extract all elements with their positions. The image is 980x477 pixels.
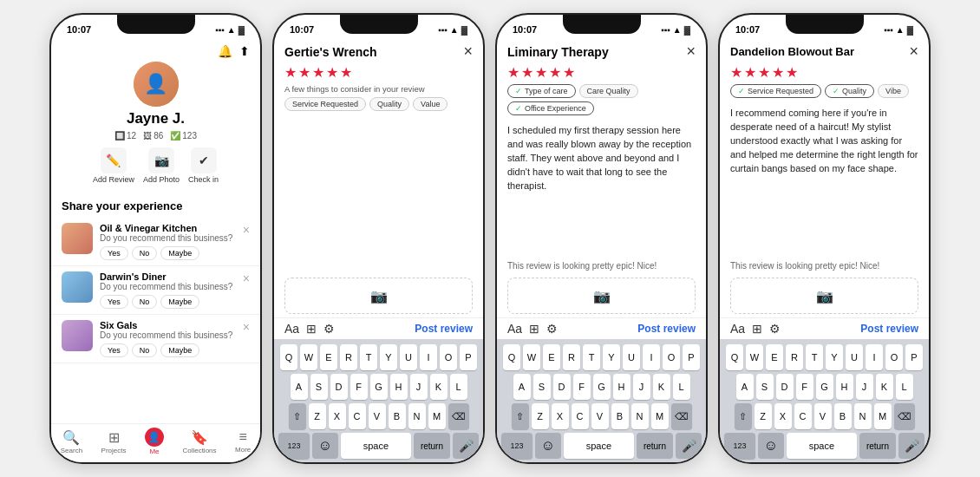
- key-return-3[interactable]: return: [637, 433, 673, 459]
- text-size-icon-3[interactable]: Aa: [507, 322, 522, 336]
- key-v-4[interactable]: V: [814, 403, 832, 429]
- no-btn-3[interactable]: No: [132, 343, 158, 357]
- key-shift-4[interactable]: ⇧: [735, 403, 752, 429]
- star4-1[interactable]: ★: [730, 64, 742, 81]
- close-icon-3[interactable]: ×: [243, 320, 250, 334]
- yes-btn-3[interactable]: Yes: [100, 343, 128, 357]
- star3-5[interactable]: ★: [563, 64, 575, 81]
- key-s-3[interactable]: S: [533, 374, 551, 400]
- key-m-3[interactable]: M: [651, 403, 669, 429]
- key-emoji-4[interactable]: ☺: [758, 433, 784, 459]
- tag-service-4[interactable]: ✓ Service Requested: [730, 84, 821, 98]
- tag-quality-4[interactable]: ✓ Quality: [825, 84, 874, 98]
- star4-4[interactable]: ★: [772, 64, 784, 81]
- tag-service-2[interactable]: Service Requested: [284, 97, 366, 111]
- key-w-3[interactable]: W: [523, 344, 540, 370]
- key-x-3[interactable]: X: [552, 403, 569, 429]
- key-d-3[interactable]: D: [553, 374, 571, 400]
- key-x-4[interactable]: X: [774, 403, 792, 429]
- key-h-4[interactable]: H: [836, 374, 853, 400]
- key-a-4[interactable]: A: [736, 374, 754, 400]
- key-c-3[interactable]: C: [572, 403, 589, 429]
- key-e-4[interactable]: E: [766, 344, 783, 370]
- key-y-2[interactable]: Y: [380, 344, 397, 370]
- key-b-2[interactable]: B: [389, 403, 406, 429]
- key-d-2[interactable]: D: [330, 374, 348, 400]
- close-icon-1[interactable]: ×: [243, 223, 250, 237]
- text-size-icon-4[interactable]: Aa: [730, 322, 745, 336]
- plus-icon-2[interactable]: ⊞: [306, 322, 317, 336]
- no-btn-2[interactable]: No: [132, 295, 158, 309]
- key-h-2[interactable]: H: [390, 374, 408, 400]
- key-t-2[interactable]: T: [360, 344, 377, 370]
- key-delete-4[interactable]: ⌫: [894, 403, 915, 429]
- key-space-2[interactable]: space: [341, 433, 411, 459]
- key-l-4[interactable]: L: [896, 374, 913, 400]
- tag-quality-2[interactable]: Quality: [369, 97, 409, 111]
- key-e-3[interactable]: E: [543, 344, 560, 370]
- star-1[interactable]: ★: [284, 64, 297, 81]
- key-j-2[interactable]: J: [410, 374, 428, 400]
- settings-icon-4[interactable]: ⚙: [769, 322, 781, 336]
- key-c-2[interactable]: C: [349, 403, 366, 429]
- post-review-btn-4[interactable]: Post review: [860, 323, 918, 335]
- key-q-3[interactable]: Q: [503, 344, 520, 370]
- key-i-3[interactable]: I: [643, 344, 660, 370]
- star4-2[interactable]: ★: [744, 64, 756, 81]
- key-n-2[interactable]: N: [408, 403, 426, 429]
- yes-btn-1[interactable]: Yes: [100, 246, 128, 260]
- tag-officeexp-3[interactable]: ✓ Office Experience: [507, 101, 594, 115]
- key-p-3[interactable]: P: [683, 344, 700, 370]
- tag-typeofcare-3[interactable]: ✓ Type of care: [507, 84, 576, 98]
- key-g-3[interactable]: G: [593, 374, 611, 400]
- key-f-3[interactable]: F: [573, 374, 591, 400]
- key-k-2[interactable]: K: [430, 374, 448, 400]
- key-r-2[interactable]: R: [340, 344, 357, 370]
- key-mic-3[interactable]: 🎤: [676, 433, 702, 459]
- key-z-2[interactable]: Z: [309, 403, 326, 429]
- key-w-2[interactable]: W: [300, 344, 317, 370]
- key-s-2[interactable]: S: [310, 374, 328, 400]
- nav-projects[interactable]: ⊞ Projects: [101, 429, 127, 454]
- key-q-2[interactable]: Q: [280, 344, 297, 370]
- maybe-btn-3[interactable]: Maybe: [160, 343, 199, 357]
- nav-collections[interactable]: 🔖 Collections: [182, 429, 216, 454]
- tag-vibe-4[interactable]: Vibe: [878, 84, 909, 98]
- tag-value-2[interactable]: Value: [413, 97, 448, 111]
- key-i-4[interactable]: I: [866, 344, 883, 370]
- key-emoji-3[interactable]: ☺: [535, 433, 561, 459]
- close-btn-4[interactable]: ×: [909, 42, 918, 61]
- key-j-3[interactable]: J: [633, 374, 650, 400]
- key-b-3[interactable]: B: [611, 403, 629, 429]
- add-review-button[interactable]: ✏️ Add Review: [93, 147, 134, 184]
- plus-icon-4[interactable]: ⊞: [752, 322, 762, 336]
- key-mic-4[interactable]: 🎤: [898, 433, 924, 459]
- key-i-2[interactable]: I: [420, 344, 437, 370]
- photo-upload-4[interactable]: 📷: [730, 278, 918, 314]
- key-space-4[interactable]: space: [787, 433, 857, 459]
- post-review-btn-3[interactable]: Post review: [637, 323, 696, 335]
- bell-icon[interactable]: 🔔: [218, 44, 232, 58]
- key-c-4[interactable]: C: [794, 403, 812, 429]
- key-f-4[interactable]: F: [796, 374, 813, 400]
- key-z-4[interactable]: Z: [755, 403, 772, 429]
- key-w-4[interactable]: W: [746, 344, 763, 370]
- key-e-2[interactable]: E: [320, 344, 337, 370]
- close-btn-3[interactable]: ×: [686, 42, 696, 61]
- close-icon-2[interactable]: ×: [243, 271, 250, 285]
- key-return-4[interactable]: return: [859, 433, 896, 459]
- star-3[interactable]: ★: [312, 64, 324, 81]
- star4-5[interactable]: ★: [786, 64, 798, 81]
- key-return-2[interactable]: return: [414, 433, 450, 459]
- key-v-2[interactable]: V: [369, 403, 386, 429]
- nav-search[interactable]: 🔍 Search: [61, 429, 82, 454]
- key-n-3[interactable]: N: [631, 403, 649, 429]
- maybe-btn-1[interactable]: Maybe: [160, 246, 199, 260]
- key-n-4[interactable]: N: [854, 403, 872, 429]
- key-shift-3[interactable]: ⇧: [512, 403, 529, 429]
- key-q-4[interactable]: Q: [726, 344, 743, 370]
- key-u-3[interactable]: U: [623, 344, 640, 370]
- key-y-4[interactable]: Y: [826, 344, 843, 370]
- key-x-2[interactable]: X: [329, 403, 346, 429]
- key-emoji-2[interactable]: ☺: [312, 433, 338, 459]
